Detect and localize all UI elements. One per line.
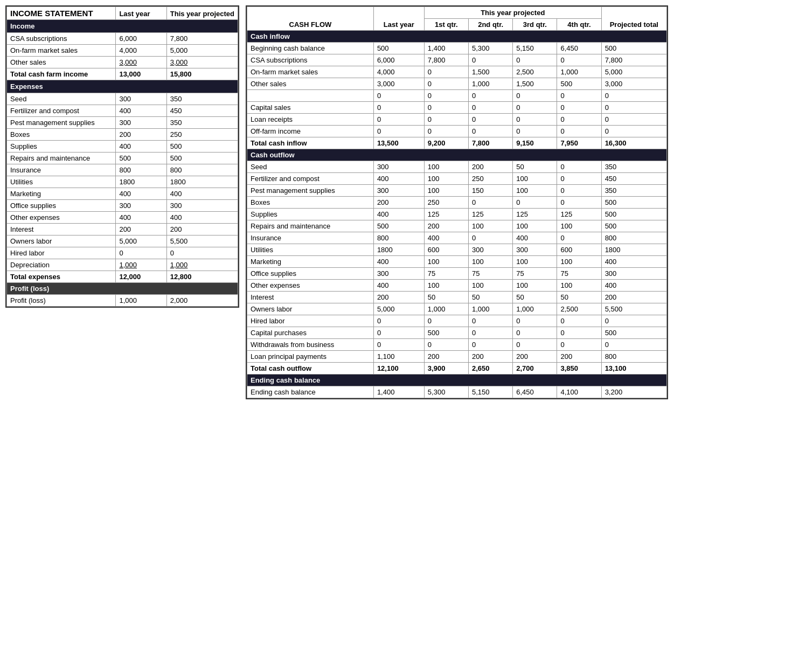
row-proj: 5,000	[601, 66, 666, 78]
table-row: Boxes200250	[7, 129, 238, 141]
row-proj: 7,800	[601, 54, 666, 66]
row-q1: 50	[424, 292, 468, 303]
row-proj: 5,500	[166, 235, 238, 247]
row-last-year: 1,000	[116, 295, 166, 307]
row-last-year: 12,100	[373, 363, 424, 375]
row-q2: 150	[469, 185, 513, 197]
table-row: 000000	[247, 90, 667, 102]
row-last-year: 0	[373, 327, 424, 339]
row-q2: 0	[469, 90, 513, 102]
row-proj: 300	[166, 200, 238, 212]
this-year-projected-header: This year projected	[424, 7, 601, 19]
row-proj: 400	[601, 256, 666, 268]
table-row: Office supplies30075757575300	[247, 268, 667, 280]
row-q4: 7,950	[557, 137, 601, 149]
row-q2: 0	[469, 126, 513, 137]
row-q3: 50	[513, 292, 557, 303]
row-label: Total cash farm income	[7, 68, 116, 80]
table-row: Other sales3,0003,000	[7, 57, 238, 68]
table-row: Ending cash balance1,4005,3005,1506,4504…	[247, 386, 667, 398]
table-row: Beginning cash balance5001,4005,3005,150…	[247, 43, 667, 54]
row-label: Off-farm income	[247, 126, 374, 137]
table-row: Boxes200250000500	[247, 197, 667, 209]
row-q3: 75	[513, 268, 557, 280]
row-label: Withdrawals from business	[247, 339, 374, 351]
row-q4: 0	[557, 315, 601, 327]
row-last-year: 300	[116, 117, 166, 129]
row-proj: 1800	[166, 176, 238, 188]
cashflow-col-q2: 2nd qtr.	[469, 19, 513, 31]
row-q3: 0	[513, 126, 557, 137]
row-last-year: 300	[373, 268, 424, 280]
row-last-year: 1,000	[116, 259, 166, 271]
row-label: Boxes	[247, 197, 374, 209]
row-label: Seed	[247, 161, 374, 173]
row-last-year: 500	[116, 153, 166, 164]
row-q2: 0	[469, 54, 513, 66]
row-proj: 400	[166, 212, 238, 224]
row-label: Seed	[7, 93, 116, 105]
row-q4: 0	[557, 339, 601, 351]
row-q4: 0	[557, 185, 601, 197]
row-last-year: 400	[116, 188, 166, 200]
table-row: Insurance80040004000800	[247, 232, 667, 244]
row-label: Office supplies	[247, 268, 374, 280]
row-proj: 15,800	[166, 68, 238, 80]
table-row: Insurance800800	[7, 164, 238, 176]
row-proj: 300	[601, 268, 666, 280]
row-label: Loan principal payments	[247, 351, 374, 363]
row-q3: 5,150	[513, 43, 557, 54]
row-q2: 50	[469, 292, 513, 303]
row-last-year: 5,000	[373, 303, 424, 315]
section-header: Income	[7, 20, 238, 33]
row-proj: 500	[166, 153, 238, 164]
table-row: Utilities18001800	[7, 176, 238, 188]
row-q2: 75	[469, 268, 513, 280]
row-proj: 250	[166, 129, 238, 141]
row-q1: 3,900	[424, 363, 468, 375]
table-row: CSA subscriptions6,0007,800	[7, 33, 238, 45]
row-label	[247, 90, 374, 102]
row-label: Capital purchases	[247, 327, 374, 339]
row-q1: 1,000	[424, 303, 468, 315]
row-label: Pest management supplies	[7, 117, 116, 129]
row-label: Beginning cash balance	[247, 43, 374, 54]
row-proj: 0	[166, 247, 238, 259]
table-row: On-farm market sales4,0005,000	[7, 45, 238, 57]
table-row: Total cash inflow13,5009,2007,8009,1507,…	[247, 137, 667, 149]
row-last-year: 13,000	[116, 68, 166, 80]
table-row: Total cash farm income13,00015,800	[7, 68, 238, 80]
row-label: Marketing	[7, 188, 116, 200]
row-proj: 12,800	[166, 271, 238, 283]
row-last-year: 200	[116, 129, 166, 141]
row-q3: 1,000	[513, 303, 557, 315]
row-label: Other expenses	[7, 212, 116, 224]
table-row: Owners labor5,0001,0001,0001,0002,5005,5…	[247, 303, 667, 315]
table-row: Repairs and maintenance50020010010010050…	[247, 220, 667, 232]
section-header: Expenses	[7, 80, 238, 93]
row-q2: 125	[469, 209, 513, 220]
row-last-year: 200	[373, 197, 424, 209]
row-label: Boxes	[7, 129, 116, 141]
row-label: Other sales	[7, 57, 116, 68]
table-row: Capital purchases0500000500	[247, 327, 667, 339]
row-q1: 1,400	[424, 43, 468, 54]
row-proj: 5,500	[601, 303, 666, 315]
row-q3: 0	[513, 197, 557, 209]
row-q4: 50	[557, 292, 601, 303]
row-q2: 0	[469, 197, 513, 209]
table-row: Supplies400500	[7, 141, 238, 153]
table-row: Hired labor00	[7, 247, 238, 259]
row-label: Fertilizer and compost	[247, 173, 374, 185]
row-proj: 13,100	[601, 363, 666, 375]
row-q1: 0	[424, 66, 468, 78]
row-proj: 0	[601, 102, 666, 114]
row-q4: 500	[557, 78, 601, 90]
table-row: Loan receipts000000	[247, 114, 667, 126]
row-last-year: 800	[116, 164, 166, 176]
row-q1: 0	[424, 126, 468, 137]
row-q1: 100	[424, 185, 468, 197]
row-q4: 200	[557, 351, 601, 363]
row-proj: 800	[601, 232, 666, 244]
row-proj: 350	[601, 185, 666, 197]
